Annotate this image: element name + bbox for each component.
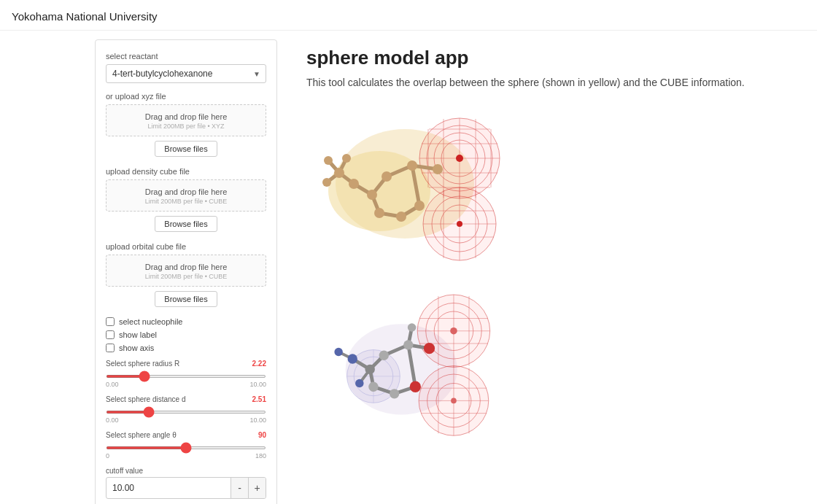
- svg-point-96: [365, 365, 374, 374]
- svg-point-64: [450, 327, 457, 335]
- sphere-radius-min: 0.00: [106, 381, 119, 388]
- svg-point-97: [368, 382, 378, 392]
- density-dropzone-limit: Limit 200MB per file • CUBE: [114, 198, 258, 205]
- sphere-distance-min: 0.00: [106, 416, 119, 424]
- sphere-angle-label: Select sphere angle θ: [106, 431, 177, 439]
- molecule-images-container: [306, 104, 795, 439]
- molecule-image-1: [306, 104, 503, 264]
- svg-point-93: [403, 340, 413, 349]
- sphere-distance-slider[interactable]: [106, 411, 266, 414]
- app-title: sphere model app: [306, 47, 795, 69]
- svg-point-102: [355, 379, 363, 387]
- select-reactant-label: select reactant: [106, 52, 266, 61]
- sphere-angle-value: 90: [258, 431, 266, 439]
- density-dropzone[interactable]: Drag and drop file here Limit 200MB per …: [106, 179, 266, 212]
- svg-point-104: [410, 381, 421, 392]
- label-checkbox[interactable]: [106, 330, 115, 339]
- upload-orbital-section: upload orbital cube file Drag and drop f…: [106, 242, 266, 307]
- sphere-distance-label: Select sphere distance d: [106, 395, 186, 403]
- density-dropzone-title: Drag and drop file here: [114, 187, 258, 196]
- sphere-distance-value: 2.51: [252, 395, 266, 403]
- svg-point-51: [322, 178, 331, 187]
- sphere-angle-section: Select sphere angle θ 90 0 180: [106, 431, 266, 460]
- cutoff-value: 10.00: [107, 480, 231, 496]
- orbital-browse-button[interactable]: Browse files: [155, 291, 217, 307]
- svg-point-98: [390, 389, 399, 398]
- label-checkbox-row: show label: [106, 330, 266, 339]
- left-panel: select reactant 4-tert-butylcyclohexanon…: [95, 39, 277, 504]
- molecule-image-2: [306, 279, 503, 439]
- page-header: Yokohama National University: [0, 0, 817, 31]
- axis-checkbox-row: show axis: [106, 344, 266, 352]
- cutoff-plus-button[interactable]: +: [248, 478, 266, 498]
- svg-point-49: [334, 168, 344, 178]
- sphere-radius-max: 10.00: [249, 381, 266, 388]
- sphere-radius-section: Select sphere radius R 2.22 0.00 10.00: [106, 360, 266, 388]
- upload-xyz-section: or upload xyz file Drag and drop file he…: [106, 92, 266, 157]
- xyz-dropzone[interactable]: Drag and drop file here Limit 200MB per …: [106, 104, 266, 136]
- sphere-radius-value: 2.22: [252, 360, 266, 368]
- upload-orbital-label: upload orbital cube file: [106, 242, 266, 251]
- svg-point-27: [456, 155, 463, 162]
- xyz-dropzone-limit: Limit 200MB per file • XYZ: [114, 123, 258, 130]
- cutoff-control: 10.00 - +: [106, 477, 266, 499]
- svg-point-44: [367, 190, 377, 200]
- cutoff-minus-button[interactable]: -: [231, 478, 248, 498]
- sphere-radius-slider[interactable]: [106, 375, 266, 378]
- sphere-angle-slider[interactable]: [106, 446, 266, 449]
- svg-point-42: [407, 160, 417, 171]
- sphere-angle-min: 0: [106, 452, 109, 460]
- svg-point-103: [424, 343, 435, 354]
- xyz-dropzone-title: Drag and drop file here: [114, 112, 258, 121]
- svg-point-101: [334, 348, 342, 356]
- svg-point-43: [433, 164, 443, 174]
- label-checkbox-label: show label: [119, 330, 157, 339]
- cutoff-section: cutoff value 10.00 - +: [106, 467, 266, 499]
- svg-point-95: [408, 323, 416, 331]
- orbital-dropzone[interactable]: Drag and drop file here Limit 200MB per …: [106, 255, 266, 287]
- sphere-angle-max: 180: [255, 452, 266, 460]
- svg-point-100: [348, 354, 357, 363]
- sphere-distance-section: Select sphere distance d 2.51 0.00 10.00: [106, 395, 266, 424]
- main-layout: select reactant 4-tert-butylcyclohexanon…: [0, 31, 817, 504]
- svg-point-50: [324, 156, 333, 165]
- right-panel: sphere model app This tool calculates th…: [277, 39, 817, 446]
- density-browse-button[interactable]: Browse files: [155, 216, 217, 232]
- svg-point-45: [374, 208, 384, 218]
- cutoff-label: cutoff value: [106, 467, 266, 475]
- university-title: Yokohama National University: [12, 10, 158, 23]
- svg-point-28: [457, 221, 462, 227]
- orbital-dropzone-title: Drag and drop file here: [114, 263, 258, 271]
- upload-density-section: upload density cube file Drag and drop f…: [106, 167, 266, 232]
- svg-point-47: [414, 201, 425, 211]
- axis-checkbox[interactable]: [106, 344, 115, 352]
- reactant-select-wrapper: 4-tert-butylcyclohexanone cyclohexanone …: [106, 64, 266, 83]
- nucleophile-checkbox-label: select nucleophile: [119, 317, 182, 326]
- svg-point-46: [396, 212, 406, 222]
- upload-xyz-label: or upload xyz file: [106, 92, 266, 101]
- app-description: This tool calculates the overlap between…: [306, 75, 795, 90]
- reactant-select[interactable]: 4-tert-butylcyclohexanone cyclohexanone …: [106, 64, 266, 83]
- nucleophile-checkbox[interactable]: [106, 317, 115, 326]
- nucleophile-checkbox-row: select nucleophile: [106, 317, 266, 326]
- axis-checkbox-label: show axis: [119, 344, 154, 352]
- svg-point-52: [342, 154, 351, 163]
- upload-density-label: upload density cube file: [106, 167, 266, 176]
- orbital-dropzone-limit: Limit 200MB per file • CUBE: [114, 273, 258, 280]
- sphere-distance-max: 10.00: [249, 416, 266, 424]
- svg-point-75: [451, 398, 457, 404]
- xyz-browse-button[interactable]: Browse files: [155, 141, 217, 157]
- sphere-radius-label: Select sphere radius R: [106, 360, 179, 368]
- svg-point-92: [379, 351, 389, 360]
- svg-point-48: [349, 179, 359, 189]
- svg-point-41: [382, 171, 392, 182]
